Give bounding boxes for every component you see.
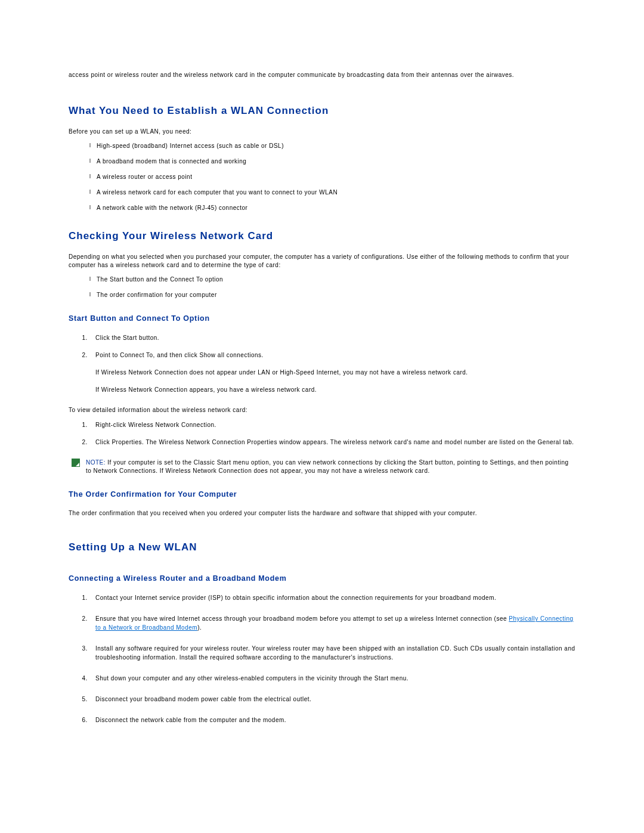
note-block: NOTE: If your computer is set to the Cla… [69,459,575,475]
note-label: NOTE: [86,459,106,466]
subheading-connect-router: Connecting a Wireless Router and a Broad… [69,574,575,583]
list-item: The order confirmation for your computer [89,291,575,299]
note-icon [72,459,80,467]
steps-connect-router: Contact your Internet service provider (… [69,593,575,724]
list-item: A wireless router or access point [89,173,575,181]
heading-check-card: Checking Your Wireless Network Card [69,230,575,242]
list-wlan-requirements: High-speed (broadband) Internet access (… [69,142,575,212]
step-item: Disconnect the network cable from the co… [89,716,575,724]
step-text-b: ). [197,624,202,631]
step-item: Disconnect your broadband modem power ca… [89,695,575,704]
step-item: Ensure that you have wired Internet acce… [89,614,575,632]
list-item: High-speed (broadband) Internet access (… [89,142,575,150]
subheading-start-button: Start Button and Connect To Option [69,314,575,323]
detail-lead: To view detailed information about the w… [69,406,575,414]
list-item: A wireless network card for each compute… [89,188,575,197]
steps-start-button: Click the Start button. Point to Connect… [69,333,575,394]
step-item: Right-click Wireless Network Connection. [89,420,575,429]
step-item: Shut down your computer and any other wi… [89,674,575,683]
lead-check-card: Depending on what you selected when you … [69,253,575,270]
note-body: If your computer is set to the Classic S… [86,459,569,474]
step-item: Click the Start button. [89,333,575,342]
heading-setup-wlan: Setting Up a New WLAN [69,541,575,553]
step-item: Install any software required for your w… [89,644,575,662]
list-item: The Start button and the Connect To opti… [89,275,575,284]
body-order-confirmation: The order confirmation that you received… [69,509,575,518]
step-note: If Wireless Network Connection does not … [95,368,575,377]
steps-detail: Right-click Wireless Network Connection.… [69,420,575,447]
note-text: NOTE: If your computer is set to the Cla… [86,459,575,475]
list-item: A broadband modem that is connected and … [89,157,575,166]
list-item: A network cable with the network (RJ-45)… [89,204,575,212]
step-item: Click Properties. The Wireless Network C… [89,438,575,447]
step-text: Point to Connect To, and then click Show… [95,352,264,358]
list-check-methods: The Start button and the Connect To opti… [69,275,575,299]
step-note: If Wireless Network Connection appears, … [95,385,575,394]
intro-paragraph: access point or wireless router and the … [69,72,575,78]
lead-wlan-requirements: Before you can set up a WLAN, you need: [69,128,575,136]
step-item: Contact your Internet service provider (… [89,593,575,602]
heading-wlan-requirements: What You Need to Establish a WLAN Connec… [69,105,575,117]
step-item: Point to Connect To, and then click Show… [89,351,575,394]
step-text-a: Ensure that you have wired Internet acce… [95,615,509,622]
subheading-order-confirmation: The Order Confirmation for Your Computer [69,490,575,498]
